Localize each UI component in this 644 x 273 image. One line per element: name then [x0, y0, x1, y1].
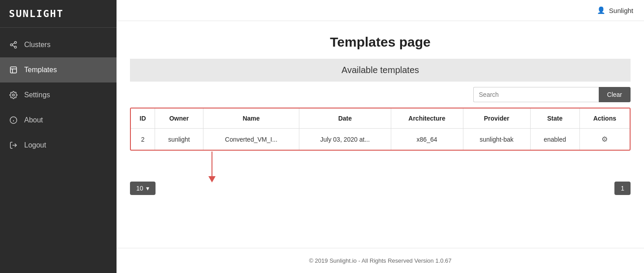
- chevron-down-icon: ▾: [146, 185, 149, 192]
- template-icon: [9, 65, 18, 74]
- cell-id: 2: [131, 129, 155, 150]
- row-actions-gear-icon[interactable]: ⚙: [601, 135, 608, 143]
- settings-icon: [9, 91, 18, 100]
- per-page-button[interactable]: 10 ▾: [130, 182, 156, 195]
- sidebar-item-templates-label: Templates: [24, 66, 57, 74]
- cell-date: July 03, 2020 at...: [299, 129, 391, 150]
- col-header-provider: Provider: [463, 108, 530, 129]
- table-body: 2 sunlight Converted_VM_I... July 03, 20…: [131, 129, 630, 150]
- sidebar-item-settings[interactable]: Settings: [0, 82, 117, 108]
- footer: © 2019 Sunlight.io - All Rights Reserved…: [117, 248, 644, 273]
- table-row: 2 sunlight Converted_VM_I... July 03, 20…: [131, 129, 630, 150]
- info-icon: [9, 116, 18, 125]
- col-header-id: ID: [131, 108, 155, 129]
- sidebar-nav: Clusters Templates Settings: [0, 32, 117, 158]
- cell-owner: sunlight: [155, 129, 203, 150]
- clear-button[interactable]: Clear: [599, 87, 631, 102]
- table-header: ID Owner Name Date Architecture Provider…: [131, 108, 630, 129]
- page-number-button[interactable]: 1: [614, 182, 631, 195]
- search-input[interactable]: [473, 87, 599, 102]
- svg-point-2: [14, 46, 17, 48]
- section-header: Available templates: [130, 59, 631, 82]
- sidebar-logo: SUNLIGHT: [0, 0, 117, 28]
- main-content: 👤 Sunlight Templates page Available temp…: [117, 0, 644, 273]
- sidebar-item-clusters-label: Clusters: [24, 41, 51, 49]
- col-header-name: Name: [203, 108, 299, 129]
- user-icon: 👤: [597, 6, 605, 14]
- cell-architecture: x86_64: [391, 129, 463, 150]
- svg-point-0: [14, 42, 17, 44]
- cell-actions: ⚙: [579, 129, 630, 150]
- cell-state: enabled: [530, 129, 579, 150]
- pagination-bar: 10 ▾ 1: [130, 175, 631, 204]
- svg-point-8: [13, 94, 15, 96]
- page-title: Templates page: [130, 35, 631, 50]
- templates-table-wrapper: ID Owner Name Date Architecture Provider…: [130, 108, 631, 151]
- svg-line-4: [12, 43, 14, 44]
- sidebar: SUNLIGHT Clusters Templates: [0, 0, 117, 273]
- share-icon: [9, 40, 18, 49]
- content-area: Templates page Available templates Clear…: [117, 21, 644, 248]
- col-header-state: State: [530, 108, 579, 129]
- col-header-owner: Owner: [155, 108, 203, 129]
- svg-point-1: [10, 44, 13, 46]
- cell-provider: sunlight-bak: [463, 129, 530, 150]
- user-info: 👤 Sunlight: [597, 6, 633, 14]
- sidebar-item-settings-label: Settings: [24, 91, 50, 99]
- sidebar-item-logout[interactable]: Logout: [0, 133, 117, 158]
- topbar: 👤 Sunlight: [117, 0, 644, 21]
- sidebar-item-logout-label: Logout: [24, 141, 46, 149]
- app-logo: SUNLIGHT: [9, 8, 64, 19]
- search-bar: Clear: [130, 82, 631, 108]
- col-header-date: Date: [299, 108, 391, 129]
- logout-icon: [9, 141, 18, 150]
- sidebar-item-templates[interactable]: Templates: [0, 57, 117, 82]
- per-page-value: 10: [136, 185, 143, 192]
- user-label: Sunlight: [609, 7, 633, 14]
- col-header-architecture: Architecture: [391, 108, 463, 129]
- col-header-actions: Actions: [579, 108, 630, 129]
- sidebar-item-about[interactable]: About: [0, 108, 117, 133]
- templates-table: ID Owner Name Date Architecture Provider…: [131, 108, 630, 150]
- sidebar-item-clusters[interactable]: Clusters: [0, 32, 117, 57]
- cell-name: Converted_VM_I...: [203, 129, 299, 150]
- svg-line-3: [12, 45, 14, 47]
- sidebar-item-about-label: About: [24, 116, 43, 124]
- svg-rect-5: [10, 67, 17, 73]
